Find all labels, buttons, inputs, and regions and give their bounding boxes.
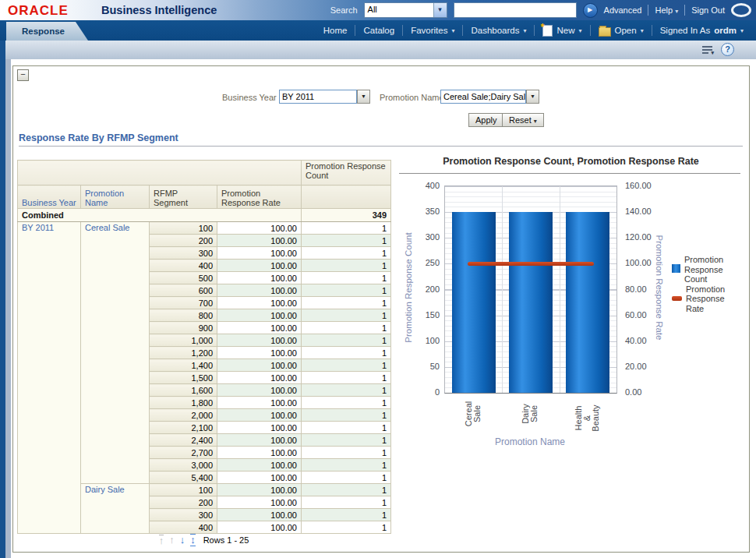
promotion-name-field[interactable]: Cereal Sale;Dairy Sale bbox=[440, 90, 526, 104]
chevron-down-icon: ▾ bbox=[451, 27, 454, 34]
rfmp-segment-cell: 200 bbox=[150, 496, 217, 509]
bar-0[interactable] bbox=[452, 212, 496, 393]
table-header-row: Business Year Promotion Name RFMP Segmen… bbox=[18, 185, 391, 209]
header-rfmp-segment: RFMP Segment bbox=[150, 185, 217, 209]
y-axis-tick-right: 40.00 bbox=[625, 336, 666, 345]
rfmp-segment-cell: 500 bbox=[150, 272, 217, 284]
nav-open[interactable]: Open▾ bbox=[591, 25, 652, 37]
signed-in-menu[interactable]: Signed In Asordm ▾ bbox=[652, 26, 751, 35]
response-rate-cell: 100.00 bbox=[217, 322, 302, 334]
rfmp-segment-cell: 100 bbox=[150, 484, 217, 496]
rfmp-segment-cell: 900 bbox=[150, 322, 217, 334]
nav-dashboards[interactable]: Dashboards▾ bbox=[463, 26, 534, 35]
business-year-cell[interactable]: BY 2011 bbox=[18, 222, 81, 534]
y-axis-tick-left: 0 bbox=[404, 387, 440, 397]
plot-area bbox=[444, 185, 617, 394]
rfmp-segment-cell: 700 bbox=[150, 297, 217, 309]
legend-item-count: Promotion Response Count bbox=[672, 255, 746, 284]
search-scope-select[interactable]: All ▾ bbox=[364, 2, 447, 18]
response-count-cell: 1 bbox=[302, 247, 391, 260]
legend-item-rate: Promotion Response Rate bbox=[672, 284, 746, 314]
response-count-cell: 1 bbox=[302, 272, 391, 284]
x-axis-title: Promotion Name bbox=[444, 436, 616, 447]
chevron-down-icon: ▾ bbox=[534, 118, 537, 125]
chevron-down-icon[interactable]: ▾ bbox=[433, 3, 447, 17]
rfmp-segment-cell: 1,600 bbox=[150, 384, 217, 397]
response-rate-cell: 100.00 bbox=[217, 496, 302, 509]
rfmp-segment-cell: 800 bbox=[150, 309, 217, 322]
response-rate-cell: 100.00 bbox=[217, 459, 302, 471]
response-rate-cell: 100.00 bbox=[217, 409, 302, 422]
advanced-link[interactable]: Advanced bbox=[604, 5, 642, 15]
y-axis-tick-left: 250 bbox=[404, 258, 440, 267]
help-icon[interactable]: ? bbox=[721, 43, 734, 56]
nav-catalog[interactable]: Catalog bbox=[355, 26, 402, 35]
table-pagination: ↑ ↑ ↓ ↕ Rows 1 - 25 bbox=[17, 534, 390, 546]
business-year-field[interactable]: BY 2011 bbox=[279, 90, 357, 104]
response-count-cell: 1 bbox=[302, 397, 391, 409]
nav-new[interactable]: * New▾ bbox=[535, 25, 589, 37]
bar-2[interactable] bbox=[566, 212, 609, 393]
y-axis-tick-right: 80.00 bbox=[625, 284, 666, 294]
promotion-name-dropdown-button[interactable]: ▼ bbox=[526, 90, 539, 104]
divider bbox=[19, 146, 743, 147]
rfmp-segment-cell: 5,400 bbox=[150, 471, 217, 484]
response-rate-cell: 100.00 bbox=[217, 359, 302, 372]
chevron-down-icon: ▾ bbox=[740, 27, 744, 34]
response-count-cell: 1 bbox=[302, 309, 391, 322]
response-count-cell: 1 bbox=[302, 496, 391, 509]
rfmp-segment-cell: 3,000 bbox=[150, 459, 217, 471]
response-rate-cell: 100.00 bbox=[217, 235, 302, 247]
nav-home[interactable]: Home bbox=[316, 26, 355, 35]
x-category-label: Health & Beauty bbox=[566, 394, 608, 436]
promotion-name-cell[interactable]: Cereal Sale bbox=[81, 222, 150, 484]
response-rate-cell: 100.00 bbox=[217, 247, 302, 260]
bar-1[interactable] bbox=[509, 212, 553, 393]
header-business-year[interactable]: Business Year bbox=[18, 185, 81, 209]
combined-count: 349 bbox=[302, 209, 391, 222]
promotion-name-cell[interactable]: Dairy Sale bbox=[81, 484, 150, 534]
y-axis-tick-left: 200 bbox=[404, 284, 440, 294]
page-down-icon[interactable]: ↓ bbox=[180, 535, 185, 546]
rfmp-segment-cell: 400 bbox=[150, 521, 217, 534]
grid-vline bbox=[560, 186, 560, 393]
combined-row: Combined 349 bbox=[18, 209, 391, 222]
y-axis-tick-right: 160.00 bbox=[625, 181, 666, 190]
collapse-section-button[interactable]: − bbox=[17, 69, 29, 81]
reset-button[interactable]: Reset ▾ bbox=[502, 113, 544, 127]
nav-favorites[interactable]: Favorites▾ bbox=[403, 26, 462, 35]
search-label: Search bbox=[330, 5, 358, 15]
header-promotion-name[interactable]: Promotion Name bbox=[81, 185, 150, 209]
y-axis-tick-right: 20.00 bbox=[625, 362, 666, 371]
search-input[interactable] bbox=[454, 2, 577, 18]
y-axis-tick-left: 300 bbox=[404, 232, 440, 242]
page-up-icon[interactable]: ↑ bbox=[169, 535, 175, 546]
apply-button[interactable]: Apply bbox=[468, 113, 504, 127]
response-rate-cell: 100.00 bbox=[217, 272, 302, 284]
page-first-icon[interactable]: ↑ bbox=[159, 535, 164, 546]
response-count-cell: 1 bbox=[302, 409, 391, 422]
business-year-dropdown-button[interactable]: ▼ bbox=[357, 90, 370, 104]
rfmp-segment-cell: 200 bbox=[150, 235, 217, 247]
response-count-cell: 1 bbox=[302, 509, 391, 521]
response-rate-cell: 100.00 bbox=[217, 334, 302, 347]
results-table-wrap: Promotion Response Count Business Year P… bbox=[17, 160, 391, 534]
page-all-rows-icon[interactable]: ↕ bbox=[190, 534, 196, 546]
response-count-cell: 1 bbox=[302, 372, 391, 384]
response-count-cell: 1 bbox=[302, 484, 391, 496]
bar-series-swatch-icon bbox=[672, 264, 680, 273]
y-axis-tick-right: 0.00 bbox=[625, 387, 666, 397]
response-rate-cell: 100.00 bbox=[217, 297, 302, 309]
sign-out-link[interactable]: Sign Out bbox=[691, 5, 725, 15]
left-edge-dark-stripe bbox=[0, 41, 5, 558]
left-edge-light-stripe bbox=[5, 59, 11, 558]
open-folder-icon bbox=[599, 27, 611, 37]
help-menu[interactable]: Help ▾ bbox=[655, 5, 678, 15]
response-count-cell: 1 bbox=[302, 235, 391, 247]
search-go-button[interactable]: ▶ bbox=[583, 3, 598, 18]
page-options-icon[interactable]: ▾ bbox=[702, 45, 713, 55]
results-table-body: BY 2011Cereal Sale100100.001200100.00130… bbox=[18, 222, 391, 534]
topbar-right: Search All ▾ ▶ Advanced Help ▾ Sign Out bbox=[330, 0, 751, 20]
tab-response[interactable]: Response bbox=[6, 22, 88, 41]
rfmp-segment-cell: 600 bbox=[150, 284, 217, 297]
